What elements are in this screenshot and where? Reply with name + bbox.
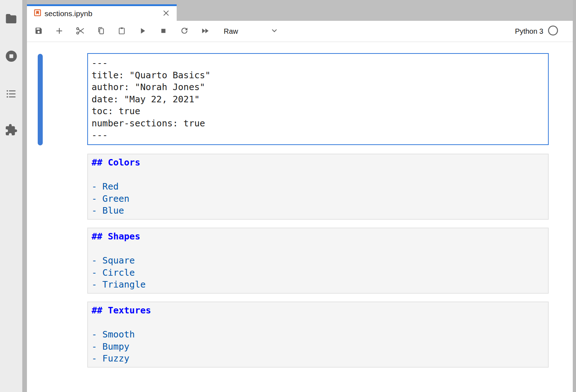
- jupyterlab-window: sections.ipynb: [0, 0, 576, 392]
- scissors-icon: [75, 26, 85, 37]
- sidebar-item-table-of-contents[interactable]: [0, 88, 22, 101]
- markdown-list-item: - Square: [92, 255, 544, 267]
- notebook-icon: [33, 9, 42, 18]
- markdown-cell-colors[interactable]: ## Colors - Red - Green - Blue: [87, 154, 549, 220]
- markdown-list-item: - Triangle: [92, 279, 544, 291]
- active-cell-collapser[interactable]: [38, 54, 43, 145]
- markdown-list-item: - Bumpy: [92, 341, 544, 353]
- markdown-list-item: - Circle: [92, 267, 544, 279]
- run-cell-button[interactable]: [135, 24, 150, 38]
- cell-type-value: Raw: [224, 27, 238, 36]
- code-line: number-sections: true: [92, 117, 544, 130]
- restart-run-all-button[interactable]: [198, 24, 212, 38]
- plus-icon: [55, 27, 64, 36]
- play-icon: [138, 27, 147, 36]
- markdown-list-item: - Blue: [92, 205, 544, 217]
- sidebar-item-running-sessions[interactable]: [0, 50, 22, 64]
- tab-sections-ipynb[interactable]: sections.ipynb: [27, 4, 177, 21]
- kernel-status-icon[interactable]: [548, 25, 558, 38]
- kernel-name[interactable]: Python 3: [515, 27, 543, 36]
- interrupt-kernel-button[interactable]: [156, 24, 171, 38]
- close-icon: [162, 9, 170, 18]
- notebook-toolbar: Raw Python 3: [27, 21, 573, 42]
- notebook-area: --- title: "Quarto Basics" author: "Nora…: [27, 42, 573, 392]
- save-button[interactable]: [31, 24, 46, 38]
- code-line: title: "Quarto Basics": [92, 69, 544, 81]
- markdown-cell-textures[interactable]: ## Textures - Smooth - Bumpy - Fuzzy: [87, 302, 549, 368]
- copy-icon: [97, 26, 106, 36]
- code-line: ---: [92, 129, 544, 141]
- blank-line: [92, 317, 544, 329]
- cell-type-dropdown[interactable]: Raw: [224, 27, 278, 36]
- folder-icon: [5, 13, 18, 25]
- fast-forward-icon: [200, 26, 210, 37]
- tab-bar: sections.ipynb: [27, 0, 573, 21]
- markdown-list-item: - Green: [92, 193, 544, 205]
- copy-cells-button[interactable]: [94, 24, 108, 38]
- tab-title: sections.ipynb: [45, 9, 159, 18]
- cell-list: --- title: "Quarto Basics" author: "Nora…: [87, 53, 549, 375]
- markdown-heading: ## Textures: [92, 304, 544, 317]
- chevron-down-icon: [270, 27, 278, 36]
- list-icon: [6, 88, 17, 101]
- tab-close-button[interactable]: [162, 9, 170, 18]
- markdown-heading: ## Colors: [92, 157, 544, 169]
- restart-kernel-button[interactable]: [177, 24, 191, 38]
- paste-cells-button[interactable]: [115, 24, 129, 38]
- main-panel: sections.ipynb: [27, 0, 573, 392]
- refresh-icon: [180, 26, 189, 36]
- puzzle-icon: [5, 123, 18, 137]
- sidebar-item-extension-manager[interactable]: [0, 123, 22, 137]
- kernel-indicator: Python 3: [515, 25, 558, 38]
- markdown-cell-shapes[interactable]: ## Shapes - Square - Circle - Triangle: [87, 228, 549, 294]
- insert-cell-button[interactable]: [52, 24, 66, 38]
- cut-cells-button[interactable]: [73, 24, 87, 38]
- code-line: toc: true: [92, 105, 544, 117]
- stop-circle-icon: [5, 50, 18, 64]
- left-sidebar: [0, 0, 22, 392]
- save-icon: [34, 27, 43, 36]
- code-line: ---: [92, 57, 544, 69]
- markdown-list-item: - Smooth: [92, 328, 544, 341]
- markdown-heading: ## Shapes: [92, 230, 544, 243]
- markdown-list-item: - Red: [92, 181, 544, 193]
- window-right-edge: [573, 0, 576, 392]
- sidebar-item-file-browser[interactable]: [0, 13, 22, 25]
- stop-icon: [159, 27, 168, 36]
- blank-line: [92, 169, 544, 181]
- code-line: date: "May 22, 2021": [92, 93, 544, 106]
- raw-cell-yaml-frontmatter[interactable]: --- title: "Quarto Basics" author: "Nora…: [87, 53, 549, 145]
- sidebar-splitter-handle[interactable]: [22, 0, 27, 392]
- code-line: author: "Norah Jones": [92, 81, 544, 93]
- clipboard-icon: [117, 27, 126, 36]
- blank-line: [92, 243, 544, 255]
- markdown-list-item: - Fuzzy: [92, 353, 544, 365]
